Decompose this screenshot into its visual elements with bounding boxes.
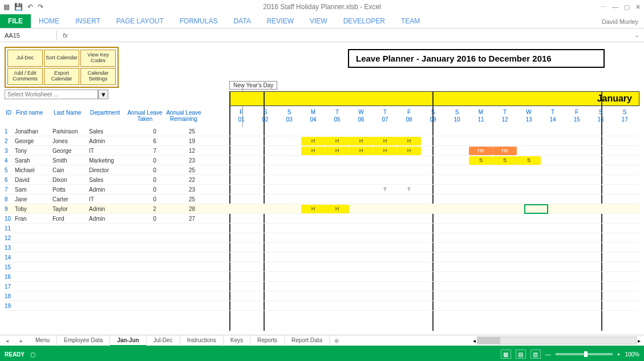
day-cell[interactable] bbox=[229, 156, 253, 165]
day-cell[interactable] bbox=[565, 302, 589, 310]
day-cell[interactable] bbox=[277, 292, 301, 301]
day-cell[interactable] bbox=[565, 244, 589, 252]
day-cell[interactable] bbox=[349, 195, 373, 204]
sheet-nav-prev[interactable]: ◂ bbox=[0, 338, 14, 344]
day-cell[interactable]: H bbox=[325, 147, 349, 155]
sheet-tab-instructions[interactable]: Instructions bbox=[180, 335, 224, 346]
day-cell[interactable] bbox=[349, 127, 373, 136]
day-cell[interactable] bbox=[469, 282, 493, 291]
table-row[interactable]: 16 bbox=[5, 272, 639, 282]
day-cell[interactable] bbox=[493, 234, 517, 242]
day-header-17[interactable]: S17 bbox=[613, 108, 637, 123]
day-cell[interactable] bbox=[613, 244, 637, 252]
day-header-14[interactable]: T14 bbox=[541, 108, 565, 123]
table-row[interactable]: 11 bbox=[5, 224, 639, 233]
day-cell[interactable] bbox=[565, 292, 589, 301]
table-row[interactable]: 19 bbox=[5, 301, 639, 311]
day-cell[interactable] bbox=[589, 137, 613, 145]
table-row[interactable]: 15 bbox=[5, 262, 639, 272]
ribbon-tab-home[interactable]: HOME bbox=[31, 14, 67, 28]
day-cell[interactable] bbox=[445, 195, 469, 204]
day-cell[interactable]: S bbox=[469, 156, 493, 165]
day-cell[interactable] bbox=[373, 156, 397, 165]
day-cell[interactable] bbox=[493, 137, 517, 145]
day-cell[interactable]: H bbox=[325, 205, 349, 213]
ribbon-tab-insert[interactable]: INSERT bbox=[67, 14, 108, 28]
day-cell[interactable] bbox=[349, 292, 373, 301]
day-cell[interactable] bbox=[229, 282, 253, 291]
day-cell[interactable] bbox=[301, 185, 325, 194]
day-cell[interactable] bbox=[517, 176, 541, 184]
day-cell[interactable] bbox=[613, 176, 637, 184]
day-cell[interactable] bbox=[469, 244, 493, 252]
ctrl-add-edit-comments[interactable]: Add / Edit Comments bbox=[7, 68, 43, 85]
page-break-view-icon[interactable]: ▥ bbox=[530, 350, 541, 359]
day-cell[interactable] bbox=[349, 205, 373, 213]
day-cell[interactable] bbox=[421, 205, 445, 213]
day-cell[interactable] bbox=[469, 234, 493, 242]
day-header-08[interactable]: F08 bbox=[397, 108, 421, 123]
day-cell[interactable] bbox=[349, 185, 373, 194]
zoom-out-icon[interactable]: — bbox=[545, 351, 551, 358]
day-cell[interactable] bbox=[373, 263, 397, 271]
day-cell[interactable] bbox=[565, 224, 589, 233]
day-cell[interactable] bbox=[613, 302, 637, 310]
day-cell[interactable] bbox=[517, 195, 541, 204]
day-cell[interactable] bbox=[493, 263, 517, 271]
table-row[interactable]: 14 bbox=[5, 253, 639, 262]
day-cell[interactable] bbox=[277, 302, 301, 310]
header-id[interactable]: ID bbox=[5, 109, 15, 122]
day-cell[interactable] bbox=[421, 214, 445, 223]
day-cell[interactable] bbox=[325, 185, 349, 194]
day-cell[interactable] bbox=[445, 166, 469, 175]
day-cell[interactable] bbox=[445, 205, 469, 213]
day-cell[interactable] bbox=[565, 205, 589, 213]
day-cell[interactable] bbox=[421, 147, 445, 155]
sheet-tab-reports[interactable]: Reports bbox=[250, 335, 285, 346]
day-cell[interactable] bbox=[517, 137, 541, 145]
day-cell[interactable]: T bbox=[397, 185, 421, 194]
day-cell[interactable] bbox=[421, 282, 445, 291]
name-box[interactable]: AA15 bbox=[0, 30, 57, 40]
day-cell[interactable] bbox=[301, 273, 325, 281]
day-cell[interactable] bbox=[277, 185, 301, 194]
day-cell[interactable] bbox=[253, 253, 277, 262]
day-header-07[interactable]: T07 bbox=[373, 108, 397, 123]
day-cell[interactable] bbox=[301, 302, 325, 310]
day-cell[interactable] bbox=[229, 176, 253, 184]
day-cell[interactable] bbox=[277, 166, 301, 175]
day-cell[interactable] bbox=[397, 166, 421, 175]
day-header-05[interactable]: T05 bbox=[325, 108, 349, 123]
day-header-03[interactable]: S03 bbox=[277, 108, 301, 123]
day-cell[interactable] bbox=[469, 195, 493, 204]
day-cell[interactable] bbox=[517, 292, 541, 301]
day-header-11[interactable]: M11 bbox=[469, 108, 493, 123]
day-cell[interactable] bbox=[229, 195, 253, 204]
day-cell[interactable] bbox=[421, 127, 445, 136]
day-cell[interactable] bbox=[469, 292, 493, 301]
day-cell[interactable] bbox=[349, 244, 373, 252]
day-cell[interactable] bbox=[253, 282, 277, 291]
day-cell[interactable] bbox=[301, 176, 325, 184]
day-cell[interactable] bbox=[229, 137, 253, 145]
day-cell[interactable] bbox=[589, 234, 613, 242]
ribbon-tab-team[interactable]: TEAM bbox=[393, 14, 428, 28]
day-cell[interactable] bbox=[493, 166, 517, 175]
ribbon-tab-formulas[interactable]: FORMULAS bbox=[172, 14, 226, 28]
ctrl-view-key-codes[interactable]: View Key Codes bbox=[80, 50, 116, 67]
day-header-02[interactable]: S02 bbox=[253, 108, 277, 123]
day-cell[interactable] bbox=[589, 253, 613, 262]
expand-formula-icon[interactable]: ⌄ bbox=[630, 31, 644, 39]
day-cell[interactable] bbox=[373, 127, 397, 136]
day-cell[interactable] bbox=[493, 195, 517, 204]
day-cell[interactable] bbox=[517, 273, 541, 281]
day-cell[interactable] bbox=[445, 214, 469, 223]
day-cell[interactable] bbox=[301, 166, 325, 175]
day-cell[interactable] bbox=[229, 185, 253, 194]
day-cell[interactable] bbox=[277, 244, 301, 252]
day-cell[interactable] bbox=[589, 273, 613, 281]
selected-cell[interactable] bbox=[524, 204, 548, 214]
day-cell[interactable] bbox=[301, 195, 325, 204]
day-cell[interactable] bbox=[397, 263, 421, 271]
day-cell[interactable] bbox=[493, 244, 517, 252]
